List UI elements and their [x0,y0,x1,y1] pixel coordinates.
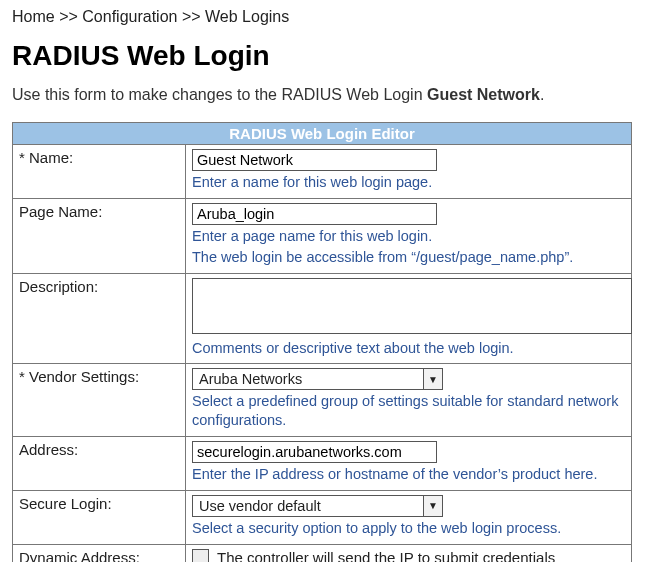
label-page-name: Page Name: [13,198,186,273]
breadcrumb-item-web-logins[interactable]: Web Logins [205,8,289,25]
hint-secure-login: Select a security option to apply to the… [192,519,625,538]
intro-prefix: Use this form to make changes to the RAD… [12,86,427,103]
address-input[interactable] [192,441,437,463]
label-name: * Name: [13,145,186,199]
secure-login-select-value: Use vendor default [193,496,423,516]
intro-text: Use this form to make changes to the RAD… [12,86,636,104]
intro-suffix: . [540,86,544,103]
vendor-select-value: Aruba Networks [193,369,423,389]
name-input[interactable] [192,149,437,171]
hint-page-name-1: Enter a page name for this web login. [192,227,625,246]
editor-table: RADIUS Web Login Editor * Name: Enter a … [12,122,632,562]
hint-name: Enter a name for this web login page. [192,173,625,192]
label-secure-login: Secure Login: [13,490,186,544]
label-dynamic-address: Dynamic Address: [13,544,186,562]
page-title: RADIUS Web Login [12,40,636,72]
description-textarea[interactable] [192,278,632,334]
secure-login-select[interactable]: Use vendor default ▼ [192,495,443,517]
vendor-select[interactable]: Aruba Networks ▼ [192,368,443,390]
label-description: Description: [13,273,186,364]
breadcrumb-item-home[interactable]: Home [12,8,55,25]
hint-page-name-2: The web login be accessible from “/guest… [192,248,625,267]
breadcrumb-sep: >> [182,8,201,25]
breadcrumb: Home >> Configuration >> Web Logins [12,8,636,26]
breadcrumb-item-configuration[interactable]: Configuration [82,8,177,25]
hint-address: Enter the IP address or hostname of the … [192,465,625,484]
editor-title: RADIUS Web Login Editor [13,123,632,145]
chevron-down-icon: ▼ [423,369,442,389]
label-address: Address: [13,437,186,491]
dynamic-address-check-label: The controller will send the IP to submi… [217,549,555,562]
hint-description: Comments or descriptive text about the w… [192,339,625,358]
hint-vendor: Select a predefined group of settings su… [192,392,625,430]
intro-target: Guest Network [427,86,540,103]
dynamic-address-checkbox[interactable] [192,549,209,562]
breadcrumb-sep: >> [59,8,78,25]
page-name-input[interactable] [192,203,437,225]
label-vendor-settings: * Vendor Settings: [13,364,186,437]
chevron-down-icon: ▼ [423,496,442,516]
